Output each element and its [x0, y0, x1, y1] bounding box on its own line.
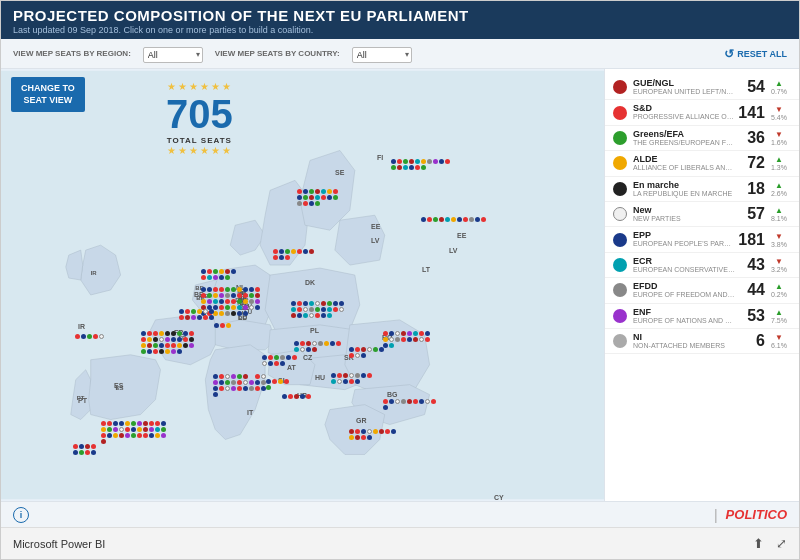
- party-pct-ECR: 3.2%: [771, 266, 787, 273]
- region-label: VIEW MEP SEATS BY REGION:: [13, 49, 131, 58]
- party-pct-EPP: 3.8%: [771, 241, 787, 248]
- party-info-En_marche: En marche LA REPUBLIQUE EN MARCHE: [633, 180, 735, 198]
- header: PROJECTED COMPOSITION OF THE NEXT EU PAR…: [1, 1, 799, 39]
- powerbi-expand-icon[interactable]: ⤢: [776, 536, 787, 551]
- party-seats-ALDE: 72: [735, 154, 765, 172]
- party-row-ECR[interactable]: ECR EUROPEAN CONSERVATIVES AND REFORMIST…: [605, 253, 799, 278]
- party-fullname-GUE_NGL: EUROPEAN UNITED LEFT/NORDIC GREEN LEFT: [633, 88, 735, 96]
- dots-nl: [201, 269, 241, 280]
- party-color-ECR: [613, 258, 627, 272]
- party-row-ALDE[interactable]: ALDE ALLIANCE OF LIBERALS AND DEMOCRATS …: [605, 151, 799, 176]
- party-arrow-En_marche: ▲: [775, 181, 783, 190]
- dots-sk: [349, 347, 389, 358]
- header-subtitle: Last updated 09 Sep 2018. Click on one o…: [13, 25, 787, 35]
- party-seats-EFDD: 44: [735, 281, 765, 299]
- dots-bg: [383, 399, 438, 410]
- party-trend-SD: ▼ 5.4%: [767, 105, 791, 121]
- party-pct-Greens_EFA: 1.6%: [771, 139, 787, 146]
- dots-cz: [294, 341, 344, 352]
- dots-hr: [282, 394, 322, 399]
- party-row-En_marche[interactable]: En marche LA REPUBLIQUE EN MARCHE 18 ▲ 2…: [605, 177, 799, 202]
- dots-baltics: [421, 217, 496, 222]
- dots-ir: [75, 334, 105, 339]
- party-arrow-EFDD: ▲: [775, 282, 783, 291]
- total-seats-label: TOTAL SEATS: [166, 136, 233, 145]
- content-area: CHANGE TO SEAT VIEW ★★★★★★ 705 TOTAL SEA…: [1, 69, 799, 501]
- dots-es: [101, 421, 166, 444]
- party-color-New: [613, 207, 627, 221]
- party-row-NI[interactable]: NI NON-ATTACHED MEMBERS 6 ▼ 6.1%: [605, 329, 799, 354]
- info-icon[interactable]: i: [13, 507, 29, 523]
- region-select-wrapper: All: [143, 44, 203, 63]
- party-arrow-GUE_NGL: ▲: [775, 79, 783, 88]
- party-arrow-SD: ▼: [775, 105, 783, 114]
- party-trend-New: ▲ 8.1%: [767, 206, 791, 222]
- party-info-ECR: ECR EUROPEAN CONSERVATIVES AND REFORMIST…: [633, 256, 735, 274]
- party-pct-NI: 6.1%: [771, 342, 787, 349]
- party-fullname-ECR: EUROPEAN CONSERVATIVES AND REFORMISTS: [633, 266, 735, 274]
- region-select[interactable]: All: [143, 47, 203, 63]
- party-trend-EFDD: ▲ 0.2%: [767, 282, 791, 298]
- party-trend-ALDE: ▲ 1.3%: [767, 155, 791, 171]
- party-row-ENF[interactable]: ENF EUROPE OF NATIONS AND FREEDOM 53 ▲ 7…: [605, 304, 799, 329]
- change-to-seat-view-button[interactable]: CHANGE TO SEAT VIEW: [11, 77, 85, 112]
- party-fullname-En_marche: LA REPUBLIQUE EN MARCHE: [633, 190, 735, 198]
- party-row-EPP[interactable]: EPP EUROPEAN PEOPLE'S PARTY GROUP 181 ▼ …: [605, 227, 799, 252]
- party-color-NI: [613, 334, 627, 348]
- reset-all-button[interactable]: ↺ RESET ALL: [724, 47, 787, 61]
- country-label-ir: IR: [91, 270, 98, 276]
- powerbi-share-icon[interactable]: ⬆: [753, 536, 764, 551]
- party-info-ALDE: ALDE ALLIANCE OF LIBERALS AND DEMOCRATS …: [633, 154, 735, 172]
- party-pct-New: 8.1%: [771, 215, 787, 222]
- party-fullname-ALDE: ALLIANCE OF LIBERALS AND DEMOCRATS FOR E…: [633, 164, 735, 172]
- party-arrow-EPP: ▼: [775, 232, 783, 241]
- party-name-SD: S&D: [633, 103, 735, 113]
- party-name-ECR: ECR: [633, 256, 735, 266]
- party-name-GUE_NGL: GUE/NGL: [633, 78, 735, 88]
- party-row-SD[interactable]: S&D PROGRESSIVE ALLIANCE OF SOCIALISTS A…: [605, 100, 799, 125]
- country-select-wrapper: All: [352, 44, 412, 63]
- party-fullname-Greens_EFA: THE GREENS/EUROPEAN FREE ALLIANCE: [633, 139, 735, 147]
- footer-right: | POLITICO: [714, 507, 787, 523]
- party-list: GUE/NGL EUROPEAN UNITED LEFT/NORDIC GREE…: [605, 75, 799, 354]
- party-color-GUE_NGL: [613, 80, 627, 94]
- dots-lu: [214, 323, 236, 328]
- party-fullname-ENF: EUROPE OF NATIONS AND FREEDOM: [633, 317, 735, 325]
- dots-sl: [266, 379, 294, 390]
- powerbi-icons: ⬆ ⤢: [753, 536, 787, 551]
- party-arrow-NI: ▼: [775, 333, 783, 342]
- party-info-Greens_EFA: Greens/EFA THE GREENS/EUROPEAN FREE ALLI…: [633, 129, 735, 147]
- party-pct-EFDD: 0.2%: [771, 291, 787, 298]
- party-seats-SD: 141: [735, 104, 765, 122]
- party-row-GUE_NGL[interactable]: GUE/NGL EUROPEAN UNITED LEFT/NORDIC GREE…: [605, 75, 799, 100]
- party-name-ENF: ENF: [633, 307, 735, 317]
- party-seats-Greens_EFA: 36: [735, 129, 765, 147]
- stars-bottom: ★★★★★★: [166, 145, 233, 156]
- party-pct-ENF: 7.5%: [771, 317, 787, 324]
- dots-dk: [273, 249, 315, 260]
- total-seats-display: ★★★★★★ 705 TOTAL SEATS ★★★★★★: [166, 81, 233, 156]
- party-name-New: New: [633, 205, 735, 215]
- dots-pl: [291, 301, 346, 318]
- party-row-Greens_EFA[interactable]: Greens/EFA THE GREENS/EUROPEAN FREE ALLI…: [605, 126, 799, 151]
- party-row-EFDD[interactable]: EFDD EUROPE OF FREEDOM AND DIRECT DEMOCR…: [605, 278, 799, 303]
- party-arrow-ECR: ▼: [775, 257, 783, 266]
- dots-fi: [391, 159, 451, 170]
- party-fullname-EPP: EUROPEAN PEOPLE'S PARTY GROUP: [633, 240, 735, 248]
- party-color-En_marche: [613, 182, 627, 196]
- dots-ro: [383, 331, 433, 348]
- party-color-ENF: [613, 309, 627, 323]
- party-name-NI: NI: [633, 332, 735, 342]
- country-select[interactable]: All: [352, 47, 412, 63]
- party-info-GUE_NGL: GUE/NGL EUROPEAN UNITED LEFT/NORDIC GREE…: [633, 78, 735, 96]
- party-seats-NI: 6: [735, 332, 765, 350]
- party-pct-ALDE: 1.3%: [771, 164, 787, 171]
- party-name-EFDD: EFDD: [633, 281, 735, 291]
- party-seats-ECR: 43: [735, 256, 765, 274]
- dots-fr: [141, 331, 196, 354]
- party-arrow-Greens_EFA: ▼: [775, 130, 783, 139]
- party-fullname-SD: PROGRESSIVE ALLIANCE OF SOCIALISTS AND D…: [633, 113, 735, 121]
- party-row-New[interactable]: New NEW PARTIES 57 ▲ 8.1%: [605, 202, 799, 227]
- country-label-pt: PT: [77, 395, 85, 401]
- dots-it: [213, 374, 268, 397]
